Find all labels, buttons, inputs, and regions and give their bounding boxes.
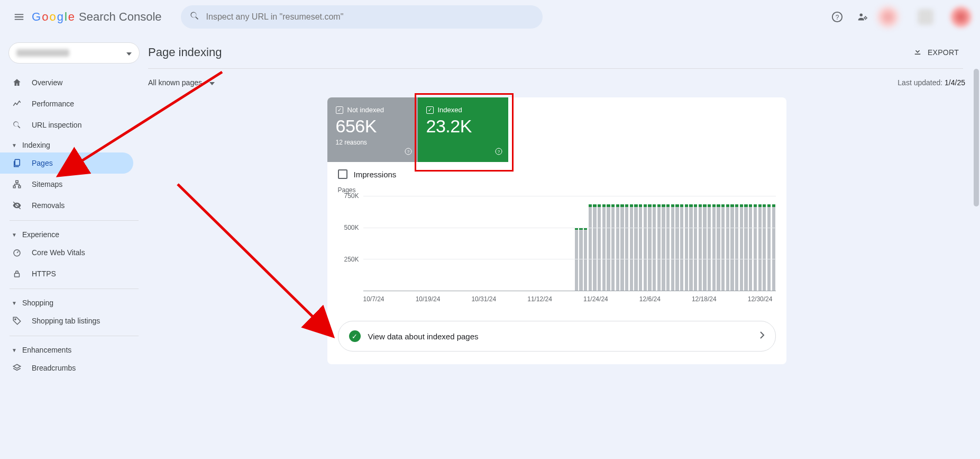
nav-section-indexing[interactable]: ▼ Indexing [0,136,148,152]
chart-bar[interactable] [675,207,679,291]
help-icon[interactable]: ? [404,147,413,158]
chart-bar[interactable] [657,207,661,291]
nav-section-experience[interactable]: ▼ Experience [0,225,148,242]
chart-bar-slot [496,196,501,291]
svg-text:?: ? [497,149,499,154]
url-inspect-search[interactable] [181,5,543,29]
chart-bar[interactable] [616,207,619,291]
account-indicator-blur [877,6,899,28]
hamburger-menu-button[interactable] [8,6,30,28]
sidebar-item-shopping-tab-listings[interactable]: Shopping tab listings [0,310,133,331]
chart-bar[interactable] [662,207,665,291]
google-search-console-logo[interactable]: Google Search Console [32,10,162,24]
chart-bar-slot [391,196,396,291]
nav-section-label: Shopping [22,299,53,307]
chart-bar[interactable] [763,207,766,291]
chart-bar[interactable] [648,207,651,291]
page-filter-dropdown[interactable]: All known pages [148,78,215,87]
chart-bar[interactable] [721,207,725,291]
chart-bar[interactable] [607,207,610,291]
profile-avatar[interactable] [950,6,972,28]
chart-bar[interactable] [740,207,743,291]
svg-rect-5 [16,181,19,183]
chart-bar-slot [611,196,616,291]
chart-bar[interactable] [758,207,762,291]
chart-bar[interactable] [703,207,706,291]
sidebar-item-removals[interactable]: Removals [0,195,133,216]
sidebar-item-breadcrumbs[interactable]: Breadcrumbs [0,357,133,379]
chart-bar[interactable] [712,207,716,291]
view-indexed-pages-link[interactable]: ✓ View data about indexed pages [338,321,776,352]
nav-section-shopping[interactable]: ▼ Shopping [0,293,148,310]
chart-bar-slot [469,196,473,291]
indexing-card: ✓ Not indexed 656K 12 reasons ? ✓ Indexe… [327,97,786,364]
chart-bar-slot [716,196,721,291]
chart-bar-indexed-cap [754,204,757,208]
url-inspect-input[interactable] [206,12,534,22]
property-selector[interactable] [8,42,140,64]
search-icon [189,11,200,23]
chart-bar[interactable] [620,207,624,291]
sidebar-item-core-web-vitals[interactable]: Core Web Vitals [0,242,133,263]
manage-users-button[interactable] [852,6,873,28]
chart-bar[interactable] [666,207,670,291]
sidebar-item-sitemaps[interactable]: Sitemaps [0,174,133,195]
filter-label: All known pages [148,78,202,87]
chart-bar[interactable] [584,230,587,291]
chart-bar[interactable] [589,207,592,291]
chart-bar[interactable] [767,207,771,291]
chart-bar[interactable] [685,207,688,291]
chart-bar[interactable] [593,207,596,291]
chart-bar[interactable] [644,207,647,291]
chart-bar[interactable] [625,207,628,291]
chart-bar[interactable] [598,207,601,291]
chart-bar[interactable] [717,207,720,291]
sidebar-item-https[interactable]: HTTPS [0,263,133,284]
scrollbar-thumb[interactable] [974,69,979,206]
chart-bar-slot [441,196,446,291]
chart-bar[interactable] [754,207,757,291]
sidebar-item-overview[interactable]: Overview [0,72,133,93]
chart-bar[interactable] [749,207,752,291]
chart-bar[interactable] [630,207,633,291]
chart-xtick: 11/12/24 [527,295,552,303]
chart-bar[interactable] [726,207,729,291]
chart-bar[interactable] [772,207,775,291]
chart-bar[interactable] [680,207,683,291]
chart-bar-indexed-cap [602,204,606,208]
chart-bar-slot [693,196,698,291]
sidebar-item-pages[interactable]: Pages [0,152,133,174]
chart-bar-slot [537,196,542,291]
chart-bar[interactable] [602,207,606,291]
chart-bar-slot [524,196,528,291]
chart-bar[interactable] [639,207,642,291]
sidebar-item-url-inspection[interactable]: URL inspection [0,114,133,136]
chart-bar[interactable] [653,207,656,291]
chart-bar-slot [757,196,762,291]
nav-section-enhancements[interactable]: ▼ Enhancements [0,340,148,357]
chart-bar[interactable] [575,230,578,291]
chart-bar[interactable] [730,207,734,291]
chart-bar[interactable] [579,230,582,291]
chart-bar[interactable] [699,207,702,291]
chart-bar[interactable] [744,207,747,291]
main-content: Page indexing EXPORT All known pages Las… [148,34,980,459]
export-button[interactable]: EXPORT [909,43,963,61]
chart-bar[interactable] [708,207,711,291]
chart-bar[interactable] [689,207,692,291]
last-updated-prefix: Last updated: [897,78,945,87]
chart-bar-indexed-cap [726,204,729,208]
stat-card-not-indexed[interactable]: ✓ Not indexed 656K 12 reasons ? [327,97,418,162]
chart-bar[interactable] [611,207,615,291]
help-button[interactable]: ? [827,6,848,28]
chart-bar[interactable] [671,207,674,291]
chart-bar[interactable] [694,207,697,291]
impressions-toggle[interactable]: Impressions [327,162,786,182]
help-icon[interactable]: ? [494,147,503,158]
chart-bar-indexed-cap [607,204,610,208]
chart-bar[interactable] [735,207,738,291]
chart-bar[interactable] [634,207,637,291]
chart-xtick: 10/31/24 [471,295,496,303]
sidebar-item-performance[interactable]: Performance [0,93,133,114]
stat-card-indexed[interactable]: ✓ Indexed 23.2K ? [418,97,508,162]
